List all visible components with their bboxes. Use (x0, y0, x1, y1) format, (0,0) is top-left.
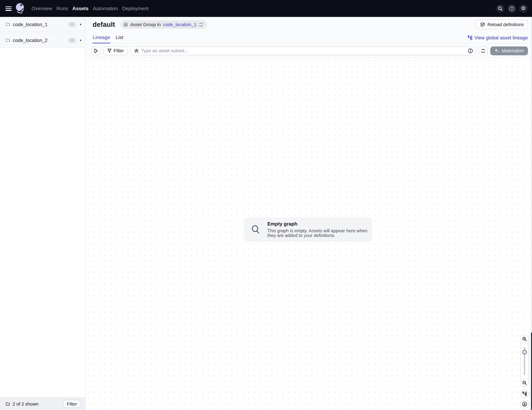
help-icon: ? (509, 6, 514, 11)
zoom-out-icon (522, 380, 527, 385)
folder-icon (6, 38, 10, 42)
sparkle-icon (494, 48, 499, 53)
nav-item-runs[interactable]: Runs (57, 6, 68, 11)
code-locations-sidebar: code_location_1 0 code_location_2 0 2 of… (0, 17, 86, 410)
empty-graph-description: This graph is empty. Assets will appear … (267, 228, 370, 238)
gear-icon: ⚙ (521, 6, 526, 11)
sidebar-footer: 2 of 2 shown Filter (0, 397, 86, 410)
chevron-right-icon[interactable] (80, 39, 81, 41)
graph-layout-icon (522, 391, 527, 396)
nav-item-deployment[interactable]: Deployment (122, 6, 149, 11)
graph-filter-button[interactable]: Filter (103, 46, 128, 55)
materialize-button[interactable]: Materialize (490, 46, 528, 55)
magnifier-icon (251, 225, 261, 234)
sync-icon[interactable] (199, 22, 203, 27)
shown-count-label: 2 of 2 shown (13, 401, 39, 406)
folder-icon (6, 402, 10, 406)
lineage-toolbar: Filter (86, 43, 532, 58)
location-name: code_location_2 (13, 37, 48, 43)
nav-item-assets[interactable]: Assets (72, 6, 88, 11)
page-header: default Asset Group in code_location_1 (86, 17, 532, 32)
settings-button[interactable]: ⚙ (519, 4, 528, 13)
nav-item-automation[interactable]: Automation (93, 6, 118, 11)
rearrange-graph-button[interactable] (520, 390, 528, 398)
zoom-in-icon (522, 336, 527, 341)
sidebar-filter-button[interactable]: Filter (63, 400, 81, 408)
empty-graph-text: Empty graph This graph is empty. Assets … (267, 221, 370, 238)
chevron-right-icon[interactable] (80, 23, 81, 25)
info-icon (468, 48, 473, 53)
zoom-slider-knob[interactable] (522, 350, 527, 354)
asset-count-badge: 0 (68, 22, 76, 27)
lineage-graph-canvas[interactable]: Empty graph This graph is empty. Assets … (86, 58, 532, 410)
zoom-slider[interactable] (521, 343, 528, 378)
help-button[interactable]: ? (508, 4, 516, 13)
sidebar-item-code-location-1[interactable]: code_location_1 0 (0, 17, 86, 32)
tab-lineage[interactable]: Lineage (93, 32, 110, 43)
asset-subset-icon (134, 48, 139, 53)
zoom-out-button[interactable] (521, 378, 528, 387)
nav-item-overview[interactable]: Overview (32, 6, 52, 11)
graph-filter-label: Filter (114, 48, 124, 53)
primary-nav: Overview Runs Assets Automation Deployme… (32, 6, 149, 11)
zoom-controls (520, 335, 528, 387)
menu-icon[interactable] (5, 6, 12, 11)
page-title: default (93, 20, 115, 28)
view-tabs: Lineage List View global asset lineage (86, 32, 532, 43)
reload-definitions-label: Reload definitions (487, 22, 524, 27)
badge-label: Asset Group in (130, 22, 161, 27)
toggle-sidebar-panel-button[interactable] (92, 46, 100, 55)
view-global-asset-lineage-label: View global asset lineage (474, 35, 528, 40)
materialize-label: Materialize (502, 48, 524, 53)
asset-subset-input[interactable] (141, 48, 466, 53)
refresh-graph-button[interactable] (479, 46, 487, 55)
dagster-logo (15, 3, 26, 14)
scrollbar-thumb[interactable] (531, 333, 532, 410)
reload-definitions-button[interactable]: Reload definitions (476, 20, 528, 29)
main-content: default Asset Group in code_location_1 (86, 17, 532, 410)
download-graph-button[interactable] (520, 400, 528, 408)
empty-graph-card: Empty graph This graph is empty. Assets … (244, 217, 372, 242)
location-name: code_location_1 (13, 22, 48, 27)
sidebar-item-code-location-2[interactable]: code_location_2 0 (0, 32, 86, 48)
asset-count-badge: 0 (68, 37, 76, 43)
empty-graph-title: Empty graph (267, 221, 370, 226)
funnel-icon (107, 48, 112, 53)
download-icon (522, 401, 527, 407)
subset-info-button[interactable] (468, 48, 473, 53)
zoom-in-button[interactable] (521, 335, 528, 343)
graph-layout-icon (468, 35, 472, 40)
repo-icon (124, 22, 128, 27)
top-navbar: Overview Runs Assets Automation Deployme… (0, 0, 532, 17)
tab-list[interactable]: List (115, 32, 123, 43)
view-global-asset-lineage-link[interactable]: View global asset lineage (468, 32, 528, 43)
asset-group-badge: Asset Group in code_location_1 (121, 20, 207, 28)
sync-icon (481, 48, 485, 53)
folder-icon (6, 22, 10, 26)
asset-subset-field[interactable] (131, 46, 476, 55)
vertical-scrollbar[interactable] (531, 17, 532, 410)
panel-toggle-icon (94, 48, 98, 53)
navbar-actions: ? ⚙ (496, 4, 532, 13)
reload-cube-icon (480, 22, 485, 27)
app-window: Overview Runs Assets Automation Deployme… (0, 0, 532, 410)
search-button[interactable] (496, 4, 504, 13)
search-icon (498, 6, 503, 11)
code-location-link[interactable]: code_location_1 (163, 22, 197, 27)
